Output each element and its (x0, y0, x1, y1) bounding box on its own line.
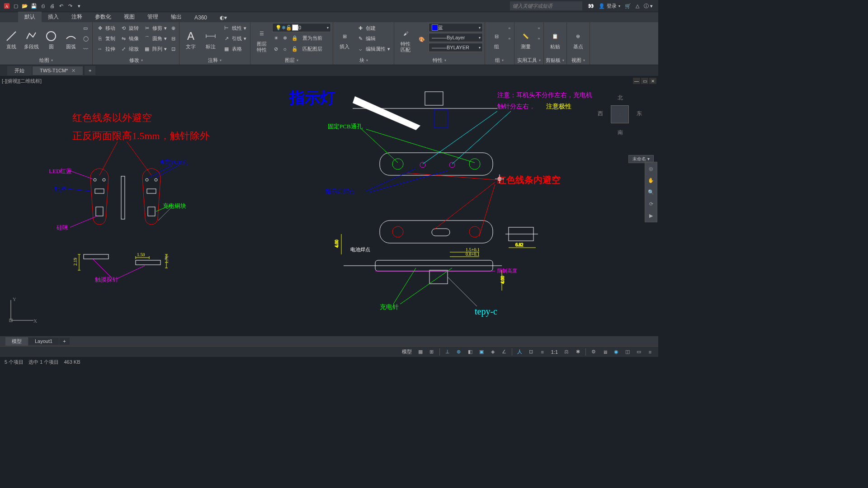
draw-extra-3[interactable]: 〰 (81, 44, 90, 54)
open-icon[interactable]: 📂 (21, 2, 29, 10)
nav-wheel-icon[interactable]: ◎ (646, 164, 656, 173)
layouttab-add[interactable]: + (59, 338, 69, 345)
sb-lwt-icon[interactable]: ≡ (537, 347, 548, 357)
sb-custom-icon[interactable]: ≡ (645, 347, 656, 357)
measure-button[interactable]: 📏测量 (516, 23, 535, 56)
layerprops-button[interactable]: ☰图层 特性 (252, 23, 271, 56)
sb-monitor-icon[interactable]: 🖥 (599, 347, 610, 357)
scale-button[interactable]: ⤢缩放 (118, 44, 141, 54)
move-button[interactable]: ✥移动 (94, 23, 117, 33)
binoculars-icon[interactable]: 👀 (588, 3, 594, 9)
line-button[interactable]: 直线 (2, 23, 21, 56)
nav-zoom-icon[interactable]: 🔍 (646, 188, 656, 197)
block-edit[interactable]: ✎编辑 (355, 33, 392, 43)
draw-extra-1[interactable]: ▭ (81, 23, 90, 33)
cloud-icon[interactable]: △ (636, 3, 639, 9)
panel-annotate-title[interactable]: 注释 (181, 56, 248, 65)
sb-dynucs-icon[interactable]: 人 (514, 347, 525, 357)
modify-extra-1[interactable]: ⊕ (170, 23, 177, 33)
app-logo-icon[interactable]: A (3, 2, 11, 10)
layer-thaw[interactable]: ☼ (281, 44, 289, 54)
sb-ortho-icon[interactable]: ⊥ (442, 347, 453, 357)
layer-dropdown[interactable]: 💡 ❄ 🔓 0 (272, 23, 331, 32)
drawing-canvas[interactable]: [-][俯视][二维线框] — ▭ ✕ 红色线条以外避空 正反两面限高1.5mm… (0, 76, 658, 336)
panel-draw-title[interactable]: 绘图 (2, 56, 90, 65)
viewcube-west[interactable]: 西 (598, 110, 603, 117)
help-icon[interactable]: ⓘ ▾ (644, 3, 653, 9)
undo-icon[interactable]: ↶ (57, 2, 65, 10)
sb-iso-icon[interactable]: ◧ (465, 347, 476, 357)
array-button[interactable]: ▦阵列 ▾ (142, 44, 169, 54)
sb-ws-icon[interactable]: ⚙ (588, 347, 599, 357)
group-ex1[interactable]: ▫ (507, 23, 512, 33)
sb-model-label[interactable]: 模型 (399, 348, 415, 355)
paste-button[interactable]: 📋粘贴 (546, 23, 565, 56)
sb-annovis-icon[interactable]: ✱ (572, 347, 583, 357)
text-button[interactable]: A文字 (181, 23, 200, 56)
nav-pan-icon[interactable]: ✋ (646, 176, 656, 185)
insert-button[interactable]: ⊞插入 (335, 23, 354, 56)
exchange-icon[interactable]: 🛒 (625, 3, 631, 9)
panel-modify-title[interactable]: 修改 (94, 56, 177, 65)
sb-polar-icon[interactable]: ⊛ (453, 347, 464, 357)
layer-off[interactable]: ⊘ (272, 44, 280, 54)
draw-extra-2[interactable]: ◯ (81, 33, 90, 43)
util-ex1[interactable]: ▫ (536, 23, 542, 33)
block-create[interactable]: ✚创建 (355, 23, 392, 33)
sb-snap-icon[interactable]: ⊞ (426, 347, 437, 357)
sb-3dosnap-icon[interactable]: ◈ (487, 347, 498, 357)
dimension-button[interactable]: 标注 (201, 23, 220, 56)
copy-button[interactable]: ⎘复制 (94, 33, 117, 43)
tab-addon-icon[interactable]: ◐▾ (213, 13, 233, 22)
trim-button[interactable]: ✂修剪 ▾ (142, 23, 169, 33)
layer-freeze[interactable]: ❄ (281, 33, 289, 43)
circle-button[interactable]: 圆 (42, 23, 61, 56)
prop-extra[interactable]: 🎨 (416, 23, 428, 56)
sb-grid-icon[interactable]: ▦ (415, 347, 426, 357)
fillet-button[interactable]: ⌒圆角 ▾ (142, 33, 169, 43)
viewcube-east[interactable]: 东 (637, 110, 642, 117)
rotate-button[interactable]: ⟲旋转 (118, 23, 141, 33)
color-dropdown[interactable]: 蓝 (429, 23, 483, 32)
arc-button[interactable]: 圆弧 (61, 23, 80, 56)
layer-setcurrent[interactable]: 置为当前 (301, 33, 324, 43)
search-input[interactable]: 键入关键字或短语 (510, 1, 582, 10)
linetype-dropdown[interactable]: ——— ByLayer (429, 33, 483, 42)
panel-block-title[interactable]: 块 (335, 56, 392, 65)
new-icon[interactable]: ▢ (12, 2, 20, 10)
layer-unlock[interactable]: 🔓 (290, 44, 300, 54)
layer-match[interactable]: 匹配图层 (301, 44, 324, 54)
matchprop-button[interactable]: 🖌特性 匹配 (396, 23, 415, 56)
leader-dd[interactable]: ↗引线 ▾ (221, 33, 248, 43)
sb-scale[interactable]: 1:1 (548, 349, 561, 355)
group-button[interactable]: ⊟组 (487, 23, 506, 56)
mirror-button[interactable]: ⇋镜像 (118, 33, 141, 43)
viewcube-north[interactable]: 北 (618, 94, 623, 102)
saveas-icon[interactable]: ⎙ (39, 2, 47, 10)
tab-parametric[interactable]: 参数化 (89, 12, 118, 22)
panel-utilities-title[interactable]: 实用工具 (516, 56, 542, 65)
signin-button[interactable]: 👤登录▾ (599, 3, 620, 9)
sb-hwacc-icon[interactable]: ◉ (611, 347, 622, 357)
nav-showmotion-icon[interactable]: ▶ (646, 211, 656, 220)
util-ex2[interactable]: ▫ (536, 33, 542, 43)
modify-extra-2[interactable]: ⊟ (170, 33, 177, 43)
filetab-start[interactable]: 开始 (7, 66, 32, 75)
panel-view-title[interactable]: 视图 (569, 56, 588, 65)
linear-dd[interactable]: ⊢线性 ▾ (221, 23, 248, 33)
sb-dyninput-icon[interactable]: ⊡ (526, 347, 537, 357)
lineweight-dropdown[interactable]: ——— BYLAYER (429, 43, 483, 52)
tab-a360[interactable]: A360 (188, 13, 213, 22)
tab-manage[interactable]: 管理 (141, 12, 165, 22)
layouttab-model[interactable]: 模型 (5, 337, 28, 346)
tab-view[interactable]: 视图 (118, 12, 141, 22)
sb-otrack-icon[interactable]: ∠ (499, 347, 509, 357)
basepoint-button[interactable]: ⊕基点 (569, 23, 588, 56)
panel-clipboard-title[interactable]: 剪贴板 (546, 56, 565, 65)
viewcube-south[interactable]: 南 (618, 129, 623, 136)
nav-orbit-icon[interactable]: ⟳ (646, 199, 656, 208)
tab-default[interactable]: 默认 (18, 12, 42, 22)
block-editattr[interactable]: ⌵编辑属性 ▾ (355, 44, 392, 54)
panel-layer-title[interactable]: 图层 (252, 56, 331, 65)
tab-annotate[interactable]: 注释 (65, 12, 89, 22)
